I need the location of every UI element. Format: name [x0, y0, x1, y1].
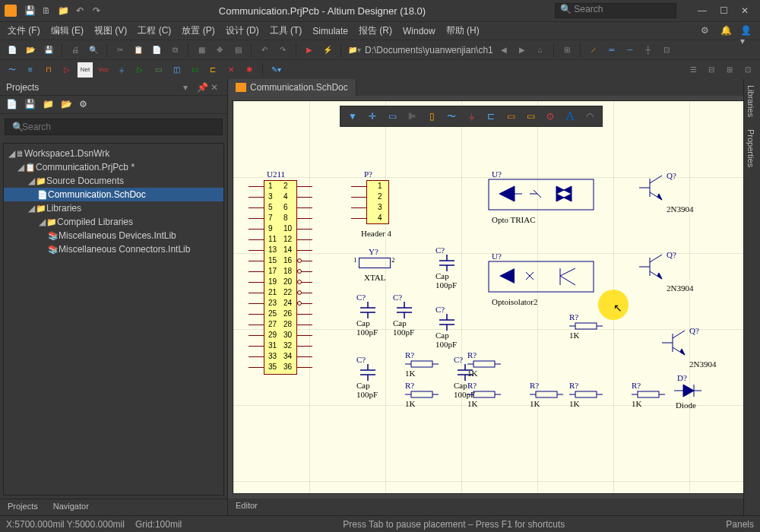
grid-icon[interactable]: ⊞ [559, 43, 575, 58]
save-icon[interactable]: 💾 [41, 43, 56, 58]
wire-icon[interactable]: ─ [622, 43, 638, 58]
schematic-canvas[interactable]: ▼ ✛ ▭ ⊫ ▯ 〜 ⏚ ⊏ ▭ ▭ ⊙ A ◠ U211 P? [233, 100, 755, 494]
transistor[interactable]: Q? 2N3904 [659, 326, 694, 359]
pin-line[interactable] [297, 186, 312, 187]
move-icon[interactable]: ✥ [212, 43, 227, 58]
redo-icon[interactable]: ↷ [90, 4, 103, 17]
pin-line[interactable] [249, 356, 264, 357]
pin-line[interactable] [297, 229, 312, 230]
pin-line[interactable] [249, 229, 264, 230]
opto2-body[interactable] [488, 261, 594, 296]
pin-line[interactable] [297, 346, 312, 347]
panel-settings-icon[interactable]: ⚙ [79, 99, 91, 111]
resistor[interactable]: R? 1K [405, 381, 439, 408]
transistor[interactable]: Q? 2N3904 [636, 171, 671, 204]
tree-lib2[interactable]: 📚 Miscellaneous Connectors.IntLib [4, 242, 223, 256]
panel-close-icon[interactable]: ✕ [211, 82, 221, 93]
tree-compiled[interactable]: ◢📁 Compiled Libraries [4, 215, 223, 229]
resistor[interactable]: R? 1K [530, 381, 563, 408]
panel-save-icon[interactable]: 💾 [24, 99, 36, 111]
pin-line[interactable] [249, 303, 264, 304]
pin-line[interactable] [249, 335, 264, 336]
menu-place[interactable]: 放置 (P) [182, 24, 214, 37]
sheet2-icon[interactable]: ▭ [187, 62, 202, 78]
panel-doc-icon[interactable]: 📄 [6, 99, 18, 111]
undo2-icon[interactable]: ↶ [257, 43, 272, 58]
save-all-icon[interactable]: 🗎 [40, 4, 53, 17]
tree-schdoc[interactable]: 📄 Communication.SchDoc [4, 188, 223, 201]
pin-line[interactable] [297, 314, 312, 315]
pin-line[interactable] [249, 325, 264, 325]
align-r-icon[interactable]: ⊞ [722, 62, 737, 78]
global-search-input[interactable]: 🔍 Search [555, 3, 676, 18]
xtal-body[interactable] [359, 258, 391, 268]
gear-icon[interactable]: ⚙ [701, 25, 713, 37]
capacitor[interactable]: C? Cap 100pF [356, 293, 379, 337]
rtab-libraries[interactable]: Libraries [744, 79, 758, 123]
panel-pin-icon[interactable]: 📌 [197, 82, 207, 93]
capacitor[interactable]: C? Cap 100pF [435, 245, 458, 290]
bus2-icon[interactable]: ≡ [23, 62, 38, 78]
transistor[interactable]: Q? 2N3904 [636, 250, 671, 283]
compile-icon[interactable]: ▶ [302, 43, 317, 58]
part-icon[interactable]: ▷ [132, 62, 147, 78]
generic-icon[interactable]: ✱ [242, 62, 257, 78]
harness-icon[interactable]: ⊓ [41, 62, 56, 78]
device-icon[interactable]: ◫ [169, 62, 184, 78]
nav-fwd-icon[interactable]: ▶ [515, 43, 530, 58]
menu-window[interactable]: Window [403, 26, 435, 36]
menu-file[interactable]: 文件 (F) [8, 24, 40, 37]
port-icon[interactable]: ▷ [59, 62, 74, 78]
project-tree[interactable]: ◢🗎 Workspace1.DsnWrk ◢📋 Communication.Pr… [3, 143, 224, 496]
pen-icon[interactable]: ✎▾ [268, 62, 283, 78]
pin-line[interactable] [297, 250, 312, 251]
capacitor[interactable]: C? Cap 100pF [393, 293, 416, 337]
panel-refresh-icon[interactable]: 📂 [61, 99, 73, 111]
resistor[interactable]: R? 1K [405, 350, 439, 378]
pin-line[interactable] [249, 293, 264, 293]
pin-line[interactable] [249, 271, 264, 272]
sheet-icon[interactable]: ▭ [150, 62, 166, 78]
cross-icon[interactable]: ⚡ [320, 43, 335, 58]
pin-line[interactable] [297, 356, 312, 357]
resistor[interactable]: R? 1K [569, 312, 603, 340]
resistor[interactable]: R? 1K [569, 381, 603, 408]
menu-design[interactable]: 设计 (D) [226, 24, 259, 37]
capacitor[interactable]: C? Cap 100pF [435, 305, 458, 349]
align-l-icon[interactable]: ☰ [686, 62, 701, 78]
nav-back-icon[interactable]: ◀ [496, 43, 511, 58]
folder-icon[interactable]: 📁 [56, 4, 70, 17]
dist-icon[interactable]: ⊡ [740, 62, 755, 78]
bell-icon[interactable]: 🔔 [720, 25, 733, 37]
undo-icon[interactable]: ↶ [73, 4, 87, 17]
new-icon[interactable]: 📄 [5, 43, 20, 58]
pin-line[interactable] [297, 335, 312, 336]
menu-project[interactable]: 工程 (C) [138, 24, 171, 37]
tree-workspace[interactable]: ◢🗎 Workspace1.DsnWrk [4, 147, 223, 160]
tab-projects[interactable]: Projects [0, 499, 46, 515]
pin-line[interactable] [297, 239, 312, 240]
print-icon[interactable]: 🖨 [68, 43, 83, 58]
pin-line[interactable] [249, 239, 264, 240]
close-button[interactable]: ✕ [734, 3, 755, 18]
pin-line[interactable] [297, 197, 312, 198]
pin-line[interactable] [249, 367, 264, 368]
menu-view[interactable]: 视图 (V) [94, 24, 127, 37]
power-icon[interactable]: Vcc [96, 62, 111, 78]
pin-line[interactable] [297, 325, 312, 325]
paste-icon[interactable]: 📄 [149, 43, 164, 58]
panel-search-input[interactable] [5, 119, 223, 135]
rtab-properties[interactable]: Properties [744, 123, 758, 173]
tree-lib-folder[interactable]: ◢📁 Libraries [4, 201, 223, 215]
align-icon[interactable]: ▤ [230, 43, 245, 58]
menu-edit[interactable]: 编辑 (E) [51, 24, 84, 37]
menu-reports[interactable]: 报告 (R) [359, 24, 392, 37]
junction-icon[interactable]: ┼ [641, 43, 656, 58]
tab-navigator[interactable]: Navigator [46, 499, 97, 515]
panels-button[interactable]: Panels [726, 519, 754, 530]
pin-line[interactable] [297, 207, 312, 208]
pin-line[interactable] [297, 367, 312, 368]
pin-line[interactable] [249, 186, 264, 187]
copy-icon[interactable]: 📋 [131, 43, 146, 58]
resistor[interactable]: R? 1K [467, 381, 501, 408]
